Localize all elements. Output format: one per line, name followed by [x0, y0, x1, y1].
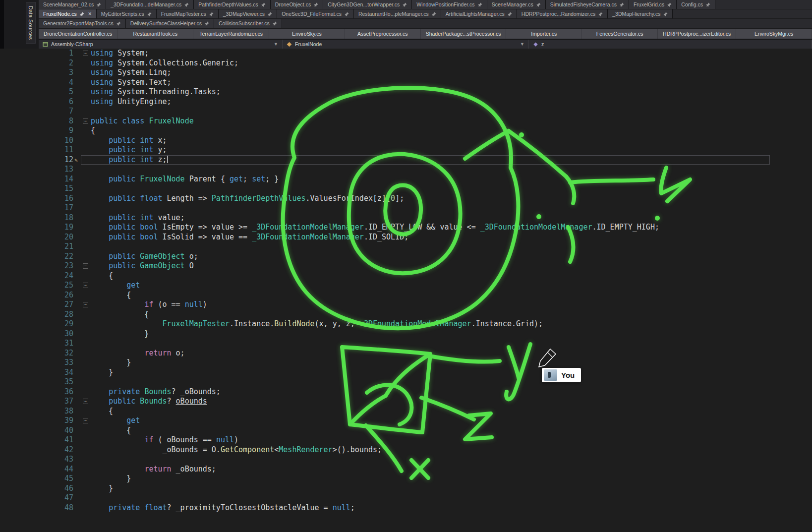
code-line[interactable]: 22 public GameObject o; — [0, 252, 812, 262]
editor-tab[interactable]: CollisionSubscriber.cs — [214, 19, 282, 28]
code-line[interactable]: 10 public int x; — [0, 136, 812, 146]
code-line[interactable]: 35 — [0, 377, 812, 387]
editor-tab[interactable]: DeliverySurfaceClassHelper.cs — [126, 19, 214, 28]
file-bar-item[interactable]: Importer.cs — [506, 29, 582, 39]
file-bar-item[interactable]: EnviroSkyMgr.cs — [736, 29, 812, 39]
code-line[interactable]: 47 — [0, 493, 812, 503]
editor-tab[interactable]: HDRPPostproc...Randomizer.cs — [517, 9, 607, 18]
code-line[interactable]: 32 return o; — [0, 349, 812, 358]
editor-tab[interactable]: SimulatedFisheyeCamera.cs — [546, 0, 629, 9]
code-line[interactable]: 43 — [0, 455, 812, 465]
code-line[interactable]: 44 return _oBounds; — [0, 465, 812, 474]
project-dropdown[interactable]: Assembly-CSharp ▼ — [39, 40, 283, 49]
code-line[interactable]: 1−using System; — [0, 49, 812, 59]
editor-tab[interactable]: _3DMapViewer.cs — [219, 9, 277, 18]
fold-toggle[interactable]: − — [83, 283, 88, 288]
code-text: { — [91, 126, 95, 135]
code-line[interactable]: 16 public float Length => PathfinderDept… — [0, 194, 812, 204]
file-bar-item[interactable]: ShaderPackage...stProcessor.cs — [421, 29, 507, 39]
code-line[interactable]: 29 FruxelMapTester.Instance.BuildNode(x,… — [0, 319, 812, 329]
code-line[interactable]: 11 public int y; — [0, 145, 812, 155]
close-icon[interactable]: × — [88, 11, 92, 16]
code-line[interactable]: 34 } — [0, 368, 812, 378]
code-line[interactable]: 8−public class FruxelNode — [0, 117, 812, 126]
code-line[interactable]: 28 { — [0, 310, 812, 320]
code-line[interactable]: 42 _oBounds = O.GetComponent<MeshRendere… — [0, 445, 812, 455]
tab-label: _3DFoundatio...delManager.cs — [111, 1, 181, 7]
code-line[interactable]: 40 { — [0, 426, 812, 436]
editor-tab[interactable]: ArtificialLightsManager.cs — [441, 9, 517, 18]
type-dropdown[interactable]: FruxelNode ▼ — [283, 40, 529, 49]
editor-tab[interactable]: OneSec3D_FileFormat.cs — [277, 9, 353, 18]
editor-tab[interactable]: DroneObject.cs — [271, 0, 323, 9]
file-bar-item[interactable]: DroneOrientationController.cs — [39, 29, 117, 39]
code-line[interactable]: 19 public bool IsEmpty => value >= _3DFo… — [0, 223, 812, 233]
code-line[interactable]: 7 — [0, 107, 812, 117]
code-line[interactable]: 45 } — [0, 474, 812, 484]
editor-tab[interactable]: FruxelGrid.cs — [629, 0, 676, 9]
editor-tab[interactable]: WindowPositionFinder.cs — [412, 0, 486, 9]
editor-tab[interactable]: RestaurantHo...pleManager.cs — [354, 9, 441, 18]
code-line[interactable]: 25− get — [0, 281, 812, 291]
code-line[interactable]: 27− if (o == null) — [0, 300, 812, 310]
editor-tab[interactable]: FruxelMapTester.cs — [157, 9, 218, 18]
sidebar-tab-data-sources[interactable]: Data Sources — [26, 2, 36, 44]
fold-toggle[interactable]: − — [83, 263, 88, 269]
tab-row-filler — [673, 9, 812, 18]
code-line[interactable]: 14 public FruxelNode Parent { get; set; … — [0, 175, 812, 184]
editor-tab[interactable]: SceneManager.cs — [487, 0, 545, 9]
code-line[interactable]: 18 public int value; — [0, 213, 812, 223]
editor-tab[interactable]: Generator2ExportMapTools.cs — [39, 19, 125, 28]
editor-tab[interactable]: MyEditorScripts.cs — [97, 9, 156, 18]
file-bar-item[interactable]: HDRPPostproc...izerEditor.cs — [658, 29, 736, 39]
code-line[interactable]: 15 — [0, 184, 812, 194]
fold-toggle[interactable]: − — [83, 302, 88, 307]
editor-tab[interactable]: Config.cs — [677, 0, 715, 9]
code-line[interactable]: 38 { — [0, 407, 812, 416]
code-line[interactable]: 2using System.Collections.Generic; — [0, 59, 812, 68]
editor-tab[interactable]: _3DMapHierarchy.cs — [608, 9, 672, 18]
fold-toggle[interactable]: − — [83, 418, 88, 423]
fold-toggle[interactable]: − — [83, 118, 88, 124]
code-line[interactable]: 46 } — [0, 484, 812, 494]
tab-label: FruxelNode.cs — [43, 11, 77, 17]
code-line[interactable]: 31 — [0, 339, 812, 349]
file-bar-item[interactable]: EnviroSky.cs — [269, 29, 345, 39]
editor-tab[interactable]: SceneManager_02.cs — [39, 0, 106, 9]
fold-toggle[interactable]: − — [83, 51, 88, 56]
code-line[interactable]: 33 } — [0, 358, 812, 368]
code-line[interactable]: 21 — [0, 242, 812, 252]
code-line[interactable]: 5using System.Threading.Tasks; — [0, 87, 812, 97]
code-line[interactable]: 12✎ public int z; — [0, 155, 812, 165]
code-line[interactable]: 17 — [0, 203, 812, 213]
code-area[interactable]: 1−using System;2using System.Collections… — [0, 49, 812, 532]
file-bar-item[interactable]: TerrainLayerRandomizer.cs — [193, 29, 269, 39]
editor-tab[interactable]: _3DFoundatio...delManager.cs — [106, 0, 193, 9]
code-line[interactable]: 20 public bool IsSolid => value == _3DFo… — [0, 233, 812, 242]
file-bar-item[interactable]: AssetPreprocessor.cs — [345, 29, 421, 39]
code-line[interactable]: 37− public Bounds? oBounds — [0, 397, 812, 407]
editor-tab[interactable]: PathfinderDepthValues.cs — [194, 0, 270, 9]
code-line[interactable]: 23− public GameObject O — [0, 261, 812, 271]
editor-tab[interactable]: FruxelNode.cs× — [39, 9, 96, 18]
code-line[interactable]: 39− get — [0, 416, 812, 426]
code-line[interactable]: 4using System.Text; — [0, 78, 812, 88]
tab-label: CityGen3DGen...torWrapper.cs — [328, 1, 400, 7]
code-line[interactable]: 6using UnityEngine; — [0, 97, 812, 107]
code-line[interactable]: 13 — [0, 165, 812, 175]
pin-icon — [598, 12, 603, 16]
code-line[interactable]: 3using System.Linq; — [0, 68, 812, 78]
file-bar-item[interactable]: FencesGenerator.cs — [582, 29, 658, 39]
member-dropdown[interactable]: z — [529, 40, 812, 49]
tab-row: SceneManager_02.cs_3DFoundatio...delMana… — [39, 0, 812, 9]
code-line[interactable]: 9{ — [0, 126, 812, 136]
code-line[interactable]: 24 { — [0, 271, 812, 281]
editor-tab[interactable]: CityGen3DGen...torWrapper.cs — [323, 0, 411, 9]
fold-toggle[interactable]: − — [83, 399, 88, 404]
code-line[interactable]: 26 { — [0, 291, 812, 300]
code-line[interactable]: 30 } — [0, 329, 812, 339]
file-bar-item[interactable]: RestaurantHook.cs — [117, 29, 193, 39]
code-line[interactable]: 41 if (_oBounds == null) — [0, 435, 812, 445]
code-line[interactable]: 48 private float? _proximityToClosestObs… — [0, 503, 812, 513]
code-line[interactable]: 36 private Bounds? _oBounds; — [0, 387, 812, 397]
